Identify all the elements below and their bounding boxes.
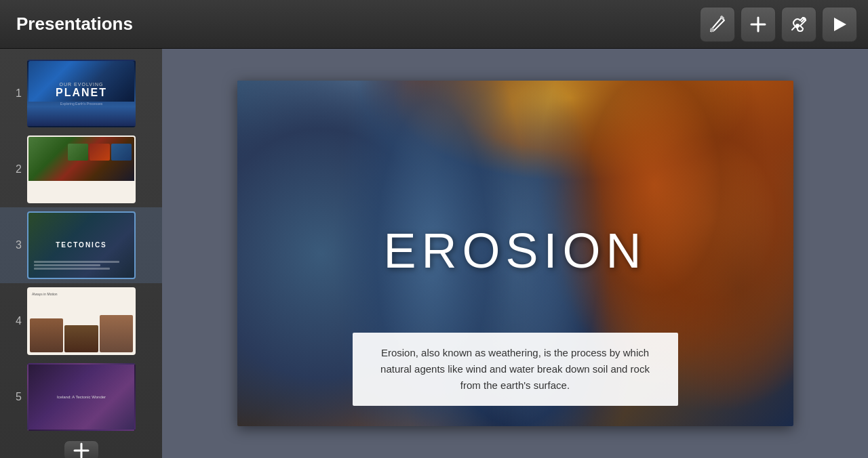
toolbar: Presentations: [0, 0, 868, 49]
slide-number-2: 2: [5, 163, 22, 175]
wrench-button[interactable]: [781, 7, 816, 42]
slide-item-5[interactable]: 5 Iceland: A Tectonic Wonder: [0, 359, 162, 435]
slide-thumb-5: Iceland: A Tectonic Wonder: [27, 363, 136, 431]
sidebar: 1 OUR EVOLVING PLANET Exploring Earth's …: [0, 49, 162, 458]
slide-thumb-3: TECTONICS: [27, 211, 136, 279]
slide-item-1[interactable]: 1 OUR EVOLVING PLANET Exploring Earth's …: [0, 56, 162, 131]
slide-thumb-1: OUR EVOLVING PLANET Exploring Earth's Pr…: [27, 60, 136, 127]
slide-number-4: 4: [5, 315, 22, 327]
slide-thumb-2: 3 Geological ProcessesShaping our World: [27, 136, 136, 203]
slide-item-3[interactable]: 3 TECTONICS: [0, 207, 162, 283]
play-button[interactable]: [822, 7, 857, 42]
preview-area: EROSION Erosion, also known as weatherin…: [162, 49, 868, 458]
svg-point-1: [710, 28, 714, 32]
slide-4-thumb-title: Always in Motion: [32, 292, 58, 296]
svg-point-4: [795, 24, 800, 28]
slide-preview: EROSION Erosion, also known as weatherin…: [237, 81, 793, 426]
caption-box: Erosion, also known as weathering, is th…: [353, 333, 678, 406]
app-title: Presentations: [11, 14, 138, 35]
slide-number-3: 3: [5, 239, 22, 251]
brush-button[interactable]: [700, 7, 735, 42]
slide-thumb-4: Always in Motion: [27, 287, 136, 355]
slide-number-1: 1: [5, 87, 22, 100]
slide-3-thumb-title: TECTONICS: [56, 241, 107, 249]
slide-title: EROSION: [383, 223, 646, 278]
slide-5-thumb-title: Iceland: A Tectonic Wonder: [57, 395, 106, 399]
caption-text: Erosion, also known as weathering, is th…: [372, 345, 659, 394]
main-area: 1 OUR EVOLVING PLANET Exploring Earth's …: [0, 49, 868, 458]
add-button[interactable]: [741, 7, 776, 42]
slide-item-2[interactable]: 2 3 Geological ProcessesShaping our Worl…: [0, 131, 162, 207]
slide-number-5: 5: [5, 391, 22, 403]
slide-item-4[interactable]: 4 Always in Motion: [0, 283, 162, 359]
add-slide-button[interactable]: [64, 440, 99, 458]
svg-marker-5: [834, 18, 846, 31]
toolbar-actions: [700, 7, 857, 42]
